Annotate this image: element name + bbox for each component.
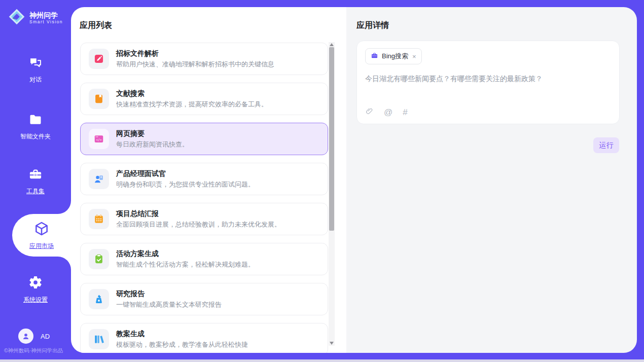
app-card[interactable]: 研究报告 一键智能生成高质量长文本研究报告 [80, 283, 328, 315]
app-detail-panel: 应用详情 Bing搜索 × 今日湖北有哪些新闻要点？有哪些需要关注的最新政策？ [346, 7, 637, 353]
folder-icon [28, 113, 43, 129]
app-card[interactable]: 项目总结汇报 全面回顾项目进展，总结经验教训，助力未来优化发展。 [80, 203, 328, 235]
books-icon [89, 329, 109, 349]
gear-icon [28, 275, 43, 292]
app-card[interactable]: </> 网页摘要 每日政府新闻资讯快查。 [80, 123, 328, 155]
attachment-toolbar: @ # [365, 107, 408, 118]
brand-logo: 神州问学 Smart Vision [8, 8, 63, 27]
app-card[interactable]: 文献搜索 快速精准查找学术资源，提高研究效率的必备工具。 [80, 83, 328, 115]
brand-name: 神州问学 [29, 11, 63, 19]
app-card-title: 招标文件解析 [116, 49, 274, 58]
sidebar-item-label: 对话 [29, 76, 42, 84]
user-name: AD [41, 333, 50, 340]
chat-icon [28, 56, 43, 72]
book-icon [89, 89, 109, 109]
sidebar-item-label: 系统设置 [23, 296, 48, 304]
app-card-desc: 明确身份和职责，为您提供专业性的面试问题。 [116, 180, 255, 189]
app-card-title: 项目总结汇报 [116, 209, 281, 218]
copyright: ©神州数码·神州问学出品 [4, 347, 85, 354]
app-card-desc: 全面回顾项目进展，总结经验教训，助力未来优化发展。 [116, 220, 281, 229]
app-window: 神州问学 Smart Vision 对话 智能文件夹 [0, 0, 644, 362]
app-card-title: 网页摘要 [116, 129, 189, 138]
app-card-title: 教案生成 [116, 329, 248, 338]
app-card[interactable]: 产品经理面试官 明确身份和职责，为您提供专业性的面试问题。 [80, 163, 328, 195]
tool-tag-label: Bing搜索 [382, 52, 408, 61]
app-card-title: 产品经理面试官 [116, 169, 255, 178]
sidebar-item-label: 工具集 [26, 187, 45, 196]
scrollbar-thumb[interactable] [329, 47, 334, 231]
cube-icon [33, 221, 50, 239]
user-account[interactable]: AD [18, 329, 50, 344]
sidebar-item-settings[interactable]: 系统设置 [0, 275, 71, 304]
tag-close-icon[interactable]: × [412, 53, 416, 60]
sidebar-item-label: 应用市场 [29, 242, 54, 250]
app-card-desc: 模板驱动，教案秒成，教学准备从此轻松快捷 [116, 340, 248, 349]
app-card-title: 活动方案生成 [116, 249, 255, 258]
app-list-panel: 应用列表 招标文件解析 帮助用户快速、准确地理解和解析招标书中的关键信息 文献搜… [71, 7, 346, 353]
query-text[interactable]: 今日湖北有哪些新闻要点？有哪些需要关注的最新政策？ [365, 74, 611, 84]
sidebar: 神州问学 Smart Vision 对话 智能文件夹 [0, 0, 71, 359]
sidebar-item-toolset[interactable]: 工具集 [0, 167, 71, 196]
app-card-desc: 每日政府新闻资讯快查。 [116, 140, 189, 149]
briefcase-icon [371, 52, 378, 61]
app-card-desc: 帮助用户快速、准确地理解和解析招标书中的关键信息 [116, 60, 274, 69]
app-card[interactable]: 教案生成 模板驱动，教案秒成，教学准备从此轻松快捷 [80, 323, 328, 353]
run-button[interactable]: 运行 [593, 137, 619, 153]
app-card-desc: 智能生成个性化活动方案，轻松解决规划难题。 [116, 260, 255, 269]
ink-pen-icon [89, 289, 109, 309]
scrollbar-track[interactable] [329, 42, 335, 346]
browser-code-icon: </> [89, 129, 109, 149]
scroll-up-icon[interactable] [330, 43, 334, 46]
app-card-title: 文献搜索 [116, 89, 268, 98]
app-detail-title: 应用详情 [356, 20, 389, 31]
hash-icon[interactable]: # [403, 108, 407, 117]
mention-icon[interactable]: @ [384, 108, 392, 117]
content-frame: 应用列表 招标文件解析 帮助用户快速、准确地理解和解析招标书中的关键信息 文献搜… [71, 7, 637, 353]
clipboard-check-icon [89, 249, 109, 269]
calendar-icon [89, 209, 109, 229]
paperclip-icon[interactable] [365, 107, 374, 118]
interviewer-icon [89, 169, 109, 189]
app-card[interactable]: 招标文件解析 帮助用户快速、准确地理解和解析招标书中的关键信息 [80, 43, 328, 75]
avatar [18, 329, 33, 344]
brand-subtitle: Smart Vision [29, 19, 63, 25]
active-notch-bottom [58, 257, 71, 270]
sidebar-item-label: 智能文件夹 [20, 132, 51, 141]
app-list: 招标文件解析 帮助用户快速、准确地理解和解析招标书中的关键信息 文献搜索 快速精… [80, 43, 328, 353]
window-bottom-edge [0, 359, 644, 362]
scroll-down-icon[interactable] [330, 342, 334, 345]
svg-text:</>: </> [96, 138, 101, 141]
query-input-card[interactable]: Bing搜索 × 今日湖北有哪些新闻要点？有哪些需要关注的最新政策？ @ # [356, 41, 620, 124]
app-card-title: 研究报告 [116, 289, 222, 298]
app-card-desc: 快速精准查找学术资源，提高研究效率的必备工具。 [116, 100, 268, 109]
sidebar-item-app-market[interactable]: 应用市场 [12, 214, 71, 257]
brand-diamond-icon [8, 8, 25, 27]
toolbox-icon [28, 167, 43, 184]
app-card-desc: 一键智能生成高质量长文本研究报告 [116, 300, 222, 309]
tool-tag-bing-search[interactable]: Bing搜索 × [365, 48, 422, 64]
app-card[interactable]: 活动方案生成 智能生成个性化活动方案，轻松解决规划难题。 [80, 243, 328, 275]
sidebar-item-smart-folder[interactable]: 智能文件夹 [0, 113, 71, 141]
active-notch-top [58, 201, 71, 214]
app-list-title: 应用列表 [80, 20, 112, 31]
sidebar-item-chat[interactable]: 对话 [0, 56, 71, 84]
edit-square-icon [89, 49, 109, 69]
